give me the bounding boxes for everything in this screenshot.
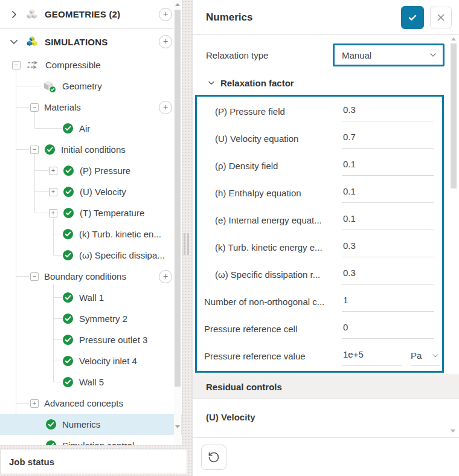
collapse-expander-icon[interactable]: −	[30, 146, 39, 154]
tree-item-label: Compressible	[45, 60, 101, 69]
tree-item-label: Pressure outlet 3	[79, 335, 147, 344]
param-value-input[interactable]: 0.1	[342, 156, 434, 176]
param-value-input[interactable]: 0.3	[342, 265, 434, 285]
param-value-input[interactable]: 0.1	[342, 184, 434, 203]
param-row: Number of non-orthogonal c... 1	[197, 288, 442, 315]
unit-select[interactable]: Pa	[411, 347, 440, 366]
param-row: (k) Turb. kinetic energy e... 0.3	[197, 234, 442, 261]
panel-scrollbar[interactable]	[451, 37, 457, 400]
expand-expander-icon[interactable]: +	[49, 167, 57, 175]
tree-item-initial-conditions[interactable]: − Initial conditions	[0, 139, 182, 160]
numerics-settings-panel: Numerics Relaxation type Manual Relaxati…	[192, 0, 459, 476]
tree-scrollbar[interactable]	[174, 0, 181, 445]
tree-item-air[interactable]: Air	[0, 118, 182, 139]
add-boundary-condition-button[interactable]: +	[159, 270, 172, 283]
tree-item-advanced-concepts[interactable]: + Advanced concepts	[0, 393, 182, 414]
unit-label: Pa	[411, 348, 430, 364]
relaxation-type-row: Relaxation type Manual	[206, 43, 445, 67]
tree-item-materials[interactable]: − Materials +	[0, 97, 182, 118]
tree-item-pressure[interactable]: + (P) Pressure	[0, 160, 182, 181]
tree-item-label: Advanced concepts	[44, 399, 123, 408]
tree-item-temperature[interactable]: + (T) Temperature	[0, 202, 182, 224]
add-simulation-button[interactable]: +	[159, 35, 172, 48]
tree-item-specific-dissipation[interactable]: (ω) Specific dissipa...	[0, 245, 182, 266]
check-status-icon	[63, 165, 74, 176]
tree-item-geometries[interactable]: GEOMETRIES (2) +	[0, 0, 182, 29]
collapse-expander-icon[interactable]: −	[30, 272, 39, 281]
geometries-cubes-icon	[25, 7, 39, 22]
close-button[interactable]	[430, 7, 452, 28]
scroll-up-icon[interactable]	[175, 3, 180, 6]
relaxation-type-select[interactable]: Manual	[333, 43, 445, 66]
chevron-right-icon[interactable]	[8, 9, 19, 20]
param-label: (ρ) Density field	[197, 161, 342, 171]
param-value-input[interactable]: 0.3	[342, 102, 434, 121]
panel-header: Numerics	[193, 0, 459, 35]
tree-item-wall1[interactable]: Wall 1	[0, 287, 182, 308]
geometry-cube-check-icon	[42, 79, 57, 94]
panel-footer	[193, 437, 459, 476]
expand-expander-icon[interactable]: +	[30, 399, 39, 408]
close-icon	[435, 11, 447, 24]
panel-title: Numerics	[206, 11, 401, 24]
job-status-panel[interactable]: Job status	[0, 449, 187, 474]
tree-item-label: GEOMETRIES (2)	[45, 10, 120, 19]
tree-item-velocity-inlet4[interactable]: Velocity inlet 4	[0, 350, 182, 371]
param-value-input[interactable]: 0.1	[342, 211, 434, 230]
param-row: Pressure reference cell 0	[197, 315, 442, 343]
relaxation-factor-section-header[interactable]: Relaxation factor	[207, 76, 459, 90]
chevron-down-icon	[207, 79, 216, 87]
param-value-input[interactable]: 1	[342, 292, 434, 312]
tree-item-simulation-control[interactable]: Simulation control	[0, 435, 182, 445]
tree-item-label: Boundary conditions	[44, 272, 126, 281]
param-label: Number of non-orthogonal c...	[197, 297, 342, 307]
tree-item-simulations[interactable]: SIMULATIONS +	[0, 29, 182, 54]
add-material-button[interactable]: +	[159, 101, 172, 114]
tree-item-label: Simulation control	[62, 441, 134, 445]
add-geometry-button[interactable]: +	[159, 8, 172, 21]
tree-item-wall5[interactable]: Wall 5	[0, 371, 182, 393]
param-label: (P) Pressure field	[197, 106, 342, 117]
scrollbar-thumb[interactable]	[451, 43, 457, 188]
param-label: (e) Internal energy equat...	[197, 215, 342, 225]
check-status-icon	[62, 292, 74, 303]
panel-splitter-handle[interactable]	[184, 233, 189, 255]
tree-item-label: (k) Turb. kinetic en...	[79, 230, 161, 239]
scrollbar-thumb[interactable]	[175, 10, 181, 387]
param-row: (P) Pressure field 0.3	[197, 98, 442, 125]
reset-button[interactable]	[201, 445, 226, 470]
residual-velocity-label: (U) Velocity	[206, 412, 459, 422]
tree-item-symmetry2[interactable]: Symmetry 2	[0, 308, 182, 329]
param-row: Pressure reference value 1e+5 Pa	[197, 343, 442, 370]
param-value-input[interactable]: 0.3	[342, 238, 434, 257]
check-status-icon	[62, 376, 74, 388]
param-value-input[interactable]: 0	[342, 320, 434, 339]
tree-item-geometry[interactable]: Geometry	[0, 76, 182, 97]
tree-item-compressible[interactable]: − Compressible	[0, 54, 182, 76]
tree-item-label: (U) Velocity	[80, 187, 126, 196]
tree-item-label: Wall 5	[79, 378, 104, 387]
expand-expander-icon[interactable]: +	[49, 209, 57, 217]
tree-item-boundary-conditions[interactable]: − Boundary conditions +	[0, 266, 182, 287]
apply-button[interactable]	[401, 6, 424, 29]
tree-item-velocity[interactable]: + (U) Velocity	[0, 181, 182, 202]
expand-expander-icon[interactable]: +	[49, 188, 57, 196]
tree-item-numerics[interactable]: Numerics	[0, 414, 182, 435]
collapse-expander-icon[interactable]: −	[30, 103, 39, 112]
tree-item-pressure-outlet3[interactable]: Pressure outlet 3	[0, 329, 182, 350]
relaxation-type-label: Relaxation type	[206, 50, 333, 60]
section-title: Relaxation factor	[220, 78, 294, 88]
param-value-input[interactable]: 0.7	[342, 129, 434, 149]
param-label: (h) Enthalpy equation	[197, 188, 342, 198]
param-value-input[interactable]: 1e+5	[342, 347, 402, 366]
residual-controls-section-header[interactable]: Residual controls	[193, 375, 459, 399]
scroll-down-icon[interactable]	[451, 429, 455, 433]
tree-item-label: Numerics	[62, 420, 100, 429]
scroll-down-icon[interactable]	[175, 425, 180, 428]
highlighted-parameter-group: (P) Pressure field 0.3 (U) Velocity equa…	[195, 95, 444, 373]
simulations-cubes-icon	[25, 34, 39, 49]
collapse-expander-icon[interactable]: −	[12, 61, 21, 69]
scroll-up-icon[interactable]	[451, 37, 456, 40]
chevron-down-icon[interactable]	[8, 36, 19, 47]
tree-item-turb-kinetic[interactable]: (k) Turb. kinetic en...	[0, 224, 182, 245]
